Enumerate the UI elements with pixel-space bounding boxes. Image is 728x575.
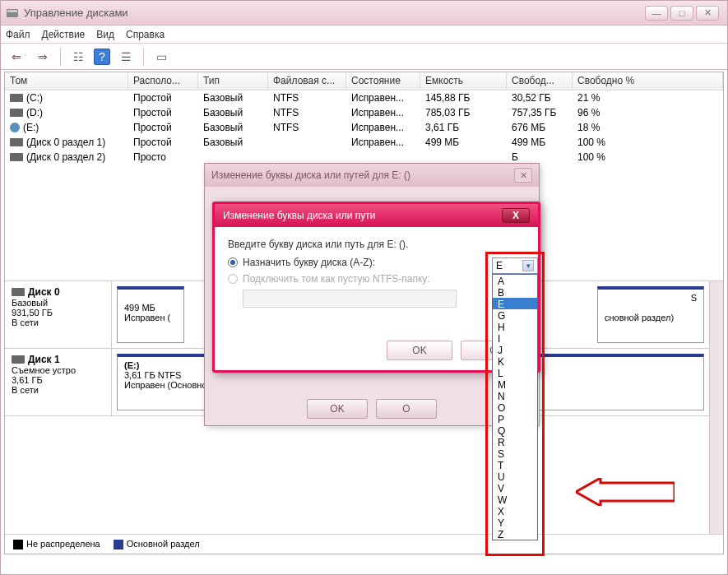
annotation-arrow [576, 478, 675, 506]
settings-button[interactable]: ☰ [115, 47, 137, 67]
menu-file[interactable]: Файл [6, 29, 30, 40]
dialog-bg-cancel[interactable]: О [376, 399, 437, 419]
col-type[interactable]: Тип [198, 72, 268, 90]
col-capacity[interactable]: Емкость [420, 72, 507, 90]
dropdown-option[interactable]: L [493, 367, 537, 378]
dropdown-option[interactable]: O [493, 401, 537, 413]
radio-mount-label: Подключить том как пустую NTFS-папку: [243, 273, 430, 285]
dropdown-option[interactable]: J [493, 344, 537, 355]
dialog-bg-close[interactable]: ✕ [514, 168, 532, 183]
dialog-titlebar[interactable]: Изменение буквы диска или пути X [215, 204, 538, 227]
dropdown-option[interactable]: K [493, 355, 537, 367]
disk-icon [10, 94, 23, 102]
menubar: Файл Действие Вид Справка [1, 26, 727, 44]
dropdown-option[interactable]: X [493, 505, 537, 517]
disk-info: Диск 0Базовый931,50 ГБВ сети [5, 281, 112, 348]
dropdown-option[interactable]: T [493, 459, 537, 471]
app-icon [6, 7, 19, 20]
dropdown-option[interactable]: Q [493, 424, 537, 436]
disk-icon [10, 153, 23, 161]
dropdown-option[interactable]: S [493, 447, 537, 459]
close-button[interactable]: ✕ [696, 6, 719, 21]
svg-rect-1 [7, 10, 17, 12]
disk-icon [10, 138, 23, 146]
col-state[interactable]: Состояние [346, 72, 420, 90]
dialog-ok-button[interactable]: OK [387, 341, 452, 360]
menu-action[interactable]: Действие [42, 29, 86, 40]
legend-unallocated: Не распределена [26, 539, 100, 549]
col-layout[interactable]: Располо... [128, 72, 198, 90]
volume-list[interactable]: (C:)ПростойБазовыйNTFSИсправен...145,88 … [5, 90, 723, 165]
dropdown-option[interactable]: V [493, 482, 537, 494]
radio-assign-label: Назначить букву диска (A-Z): [243, 257, 375, 268]
menu-view[interactable]: Вид [96, 29, 114, 40]
dropdown-list[interactable]: ABEGHIJKLMNOPQRSTUVWXYZ [492, 274, 538, 540]
dropdown-option[interactable]: P [493, 413, 537, 424]
col-fs[interactable]: Файловая с... [268, 72, 346, 90]
dropdown-option[interactable]: N [493, 390, 537, 401]
dropdown-option[interactable]: I [493, 332, 537, 344]
dropdown-selected[interactable]: E ▾ [492, 257, 538, 274]
window-title: Управление дисками [24, 7, 645, 19]
disk-icon [12, 355, 25, 364]
list-button[interactable]: ▭ [151, 47, 172, 67]
forward-button[interactable]: ⇒ [32, 47, 53, 67]
view-button[interactable]: ☷ [67, 47, 89, 67]
legend: Не распределена Основной раздел [5, 534, 723, 554]
back-button[interactable]: ⇐ [6, 47, 27, 67]
toolbar: ⇐ ⇒ ☷ ? ☰ ▭ [1, 44, 727, 70]
volume-row[interactable]: (C:)ПростойБазовыйNTFSИсправен...145,88 … [5, 90, 723, 105]
dropdown-option[interactable]: M [493, 378, 537, 390]
dialog-close-button[interactable]: X [502, 208, 530, 223]
volume-row[interactable]: (E:)ПростойБазовыйNTFSИсправен...3,61 ГБ… [5, 120, 723, 135]
col-volume[interactable]: Том [5, 72, 128, 90]
partition[interactable]: 499 МБИсправен ( [117, 286, 184, 343]
scrollbar[interactable] [709, 281, 723, 554]
dropdown-option[interactable]: U [493, 471, 537, 482]
titlebar: Управление дисками — □ ✕ [1, 1, 727, 26]
radio-assign-letter[interactable] [228, 257, 238, 267]
disk-icon [12, 288, 25, 296]
help-button[interactable]: ? [94, 49, 110, 65]
dropdown-option[interactable]: B [493, 286, 537, 298]
dropdown-option[interactable]: E [493, 298, 537, 309]
partition[interactable]: S сновной раздел) [597, 286, 704, 343]
volume-list-header: Том Располо... Тип Файловая с... Состоян… [5, 72, 723, 90]
volume-row[interactable]: (Диск 0 раздел 1)ПростойБазовыйИсправен.… [5, 135, 723, 150]
maximize-button[interactable]: □ [670, 6, 693, 21]
dialog-bg-ok[interactable]: OK [307, 399, 368, 419]
dialog-bg-title: Изменение буквы диска или путей для E: (… [205, 164, 539, 187]
dialog-title: Изменение буквы диска или пути [223, 210, 376, 221]
disk-info: Диск 1Съемное устро3,61 ГБВ сети [5, 349, 112, 415]
folder-path-input [243, 290, 457, 308]
drive-letter-dropdown[interactable]: E ▾ ABEGHIJKLMNOPQRSTUVWXYZ [492, 257, 538, 540]
legend-primary: Основной раздел [127, 539, 200, 549]
minimize-button[interactable]: — [645, 6, 668, 21]
radio-mount-folder [228, 274, 238, 284]
disk-icon [10, 109, 23, 117]
dropdown-option[interactable]: W [493, 494, 537, 505]
dropdown-option[interactable]: G [493, 309, 537, 321]
dropdown-option[interactable]: Z [493, 528, 537, 540]
col-freepct[interactable]: Свободно % [573, 72, 723, 90]
dropdown-option[interactable]: R [493, 436, 537, 447]
dropdown-option[interactable]: A [493, 275, 537, 286]
dropdown-option[interactable]: H [493, 321, 537, 332]
disk-icon [10, 123, 20, 132]
menu-help[interactable]: Справка [126, 29, 165, 40]
volume-row[interactable]: (D:)ПростойБазовыйNTFSИсправен...785,03 … [5, 105, 723, 120]
chevron-down-icon: ▾ [522, 260, 534, 271]
dialog-prompt: Введите букву диска или путь для E: (). [228, 239, 525, 250]
col-free[interactable]: Свобод... [507, 72, 573, 90]
dropdown-option[interactable]: Y [493, 517, 537, 528]
